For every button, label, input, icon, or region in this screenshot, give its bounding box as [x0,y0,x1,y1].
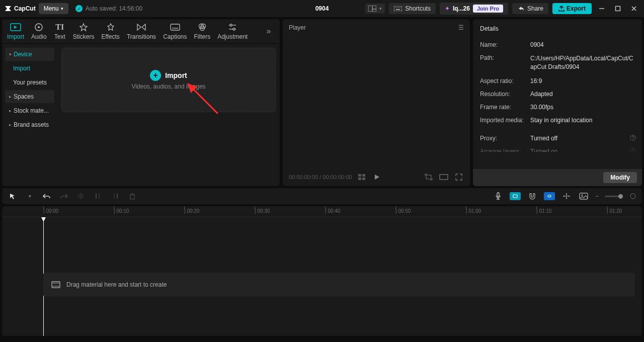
svg-rect-40 [513,195,517,198]
menu-button[interactable]: Menu ▾ [39,3,68,14]
close-button[interactable] [628,3,640,15]
chevron-down-icon: ▾ [379,6,382,11]
adjustment-icon [226,22,238,32]
track-toggle-link[interactable] [544,192,555,200]
detail-row-media: Imported media:Stay in original location [473,114,642,127]
sidebar-item-spaces[interactable]: ▸Spaces [5,90,54,103]
split-button[interactable] [75,191,87,202]
trim-left-button[interactable] [93,191,104,202]
record-mic-button[interactable] [493,191,504,202]
project-title: 0904 [315,5,329,12]
pointer-tool[interactable] [7,191,18,202]
export-button[interactable]: Export [552,3,592,14]
detail-row-proxy: Proxy:Turned off? [473,132,642,145]
svg-point-44 [630,194,635,199]
svg-rect-26 [362,178,365,180]
detail-row-aspect: Aspect ratio:16:9 [473,74,642,88]
help-icon[interactable]: ? [630,148,636,152]
redo-button[interactable] [58,191,69,202]
import-dropzone[interactable]: + Import Videos, audios, and images [61,48,276,112]
keyboard-icon [394,6,402,11]
maximize-button[interactable] [612,3,624,15]
ruler-mark: | 00:20 [184,208,199,214]
ruler-mark: | 00:50 [395,208,411,214]
modify-button[interactable]: Modify [603,172,637,183]
tab-import[interactable]: Import [7,22,24,43]
svg-rect-3 [394,6,402,11]
timeline-ruler[interactable]: | 00:00| 00:10| 00:20| 00:30| 00:40| 00:… [2,206,642,217]
details-footer: Modify [473,169,642,186]
player-ratio-icon[interactable] [439,172,449,182]
tabs-expand-button[interactable]: » [263,27,275,39]
magnet-button[interactable] [527,191,538,202]
track-toggle-main[interactable] [510,192,521,200]
sidebar-item-device[interactable]: ▾Device [5,48,54,61]
tab-stickers[interactable]: Stickers [73,22,95,43]
tab-captions[interactable]: Captions [163,22,187,43]
track-area[interactable]: Drag material here and start to create [2,217,642,336]
import-label: Import [165,71,187,79]
fullscreen-icon[interactable] [454,172,464,182]
svg-rect-35 [117,194,118,199]
delete-button[interactable] [127,191,138,202]
transitions-icon [135,22,147,32]
user-chip[interactable]: ✦ Iq...26 Join Pro [440,3,508,15]
svg-rect-9 [616,7,620,11]
player-controls: 00:00:00:00 / 00:00:00:00 [289,172,464,182]
sidebar-item-stock[interactable]: ▸Stock mate... [5,104,54,117]
zoom-slider[interactable] [605,196,623,197]
tab-effects[interactable]: Effects [101,22,119,43]
player-grid-icon[interactable] [357,172,367,182]
layout-button[interactable]: ▾ [365,4,385,14]
sidebar-item-brand[interactable]: ▸Brand assets [5,118,54,131]
svg-point-43 [581,195,583,196]
help-icon[interactable]: ? [630,135,636,141]
import-subtext: Videos, audios, and images [131,83,205,90]
timeline-drop-hint[interactable]: Drag material here and start to create [43,273,635,297]
join-pro-badge[interactable]: Join Pro [473,5,503,13]
minimize-button[interactable] [596,3,608,15]
details-panel: Details Name:0904 Path:C:/Users/HP/AppDa… [473,19,642,186]
tab-adjustment[interactable]: Adjustment [217,22,248,43]
details-title: Details [473,19,642,38]
svg-rect-7 [396,9,400,10]
play-button[interactable] [372,172,382,182]
undo-button[interactable] [41,191,52,202]
svg-rect-13 [171,24,180,30]
main-row: Import Audio TI Text Stickers Effects Tr… [0,17,644,188]
player-panel: Player ☰ 00:00:00:00 / 00:00:00:00 [283,19,470,186]
chevron-down-icon: ▾ [61,6,63,11]
export-icon [558,6,565,12]
check-circle-icon: ✓ [75,5,83,12]
cover-button[interactable] [578,191,589,202]
svg-point-5 [398,7,398,8]
filters-icon [196,22,208,32]
shortcuts-button[interactable]: Shortcuts [389,3,436,14]
zoom-fit-button[interactable] [629,191,637,202]
tool-dropdown-icon[interactable]: ▾ [24,191,35,202]
stickers-icon [77,22,90,32]
detail-row-fps: Frame rate:30.00fps [473,101,642,114]
autosave-status: ✓ Auto saved: 14:56:00 [75,5,142,12]
trim-right-button[interactable] [110,191,121,202]
tab-text[interactable]: TI Text [54,22,66,43]
player-scale-icon[interactable] [424,172,434,182]
tab-filters[interactable]: Filters [194,22,211,43]
svg-rect-32 [96,194,97,199]
player-menu-icon[interactable]: ☰ [458,24,464,31]
svg-point-6 [400,7,400,8]
zoom-out-icon[interactable]: − [595,193,599,200]
audio-icon [33,22,45,32]
ruler-mark: | 00:00 [43,208,58,214]
sidebar-item-import[interactable]: Import [5,62,54,75]
media-tabs: Import Audio TI Text Stickers Effects Tr… [2,19,280,44]
svg-rect-45 [52,282,60,288]
tab-audio[interactable]: Audio [31,22,47,43]
preview-axis-button[interactable] [561,191,572,202]
sidebar-item-presets[interactable]: Your presets [5,76,54,89]
user-sparkle-icon: ✦ [445,5,450,12]
share-button[interactable]: Share [512,3,548,14]
tab-transitions[interactable]: Transitions [127,22,156,43]
caret-right-icon: ▸ [9,122,12,127]
layout-icon [368,6,376,12]
